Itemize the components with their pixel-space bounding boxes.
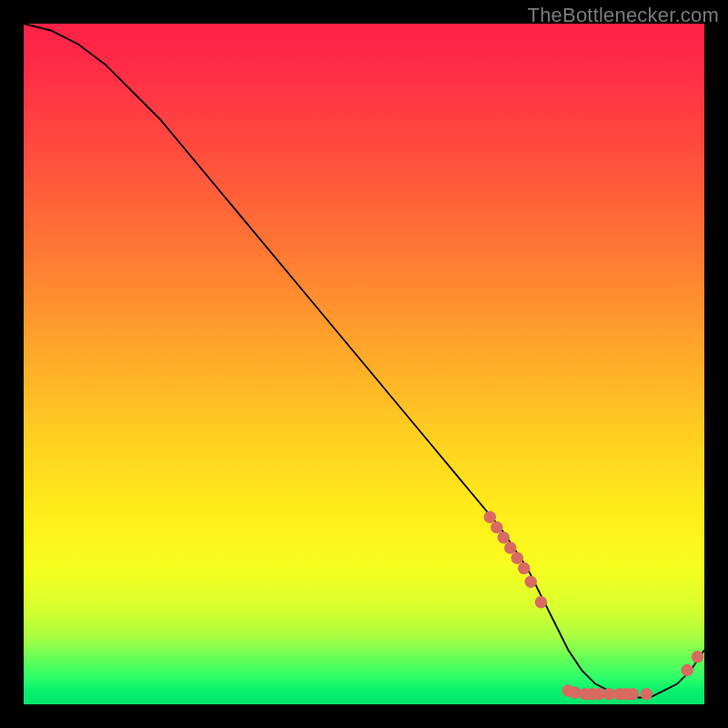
curve-marker [535, 596, 547, 608]
curve-marker [511, 551, 523, 563]
curve-marker [498, 531, 510, 543]
marker-group [484, 511, 704, 701]
curve-marker [641, 688, 652, 700]
plot-area [24, 24, 704, 704]
chart-stage: TheBottlenecker.com [0, 0, 728, 728]
curve-marker [692, 651, 703, 662]
curve-marker [490, 521, 502, 533]
curve-svg [24, 24, 704, 704]
curve-marker [627, 688, 639, 700]
bottleneck-curve [24, 24, 704, 698]
curve-marker [484, 511, 496, 523]
curve-marker [525, 576, 537, 588]
curve-marker [518, 562, 530, 574]
curve-marker [682, 664, 693, 676]
attribution-text: TheBottlenecker.com [528, 4, 719, 27]
curve-marker [504, 541, 516, 553]
